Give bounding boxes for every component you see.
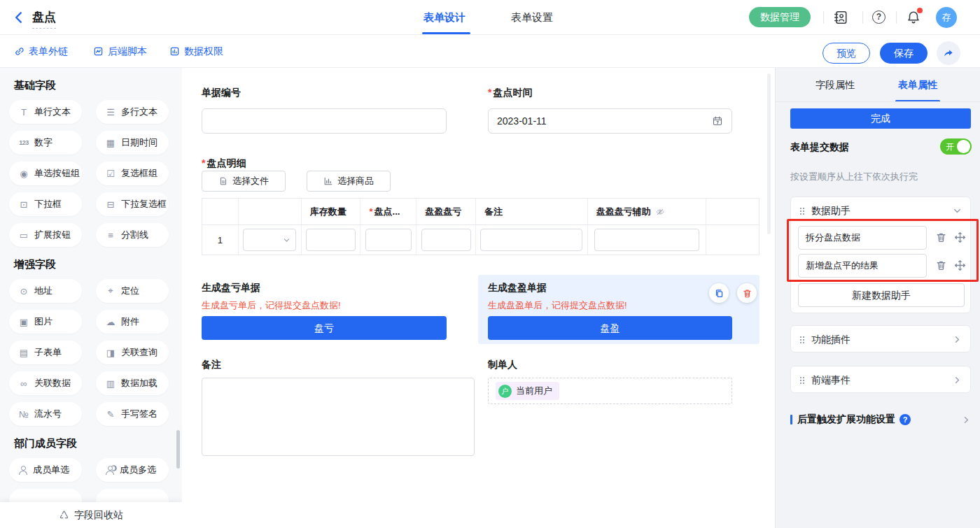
frontend-event-card[interactable]: 前端事件	[790, 366, 971, 393]
select-file-button[interactable]: 选择文件	[202, 171, 286, 192]
canvas-scrollbar[interactable]	[767, 73, 771, 234]
header-remark[interactable]: 备注	[476, 199, 588, 224]
backend-script-link[interactable]: 后端脚本	[93, 44, 147, 59]
single-line-text-icon: T	[18, 107, 29, 117]
post-trigger-setting[interactable]: 后置触发扩展功能设置 ?	[790, 413, 971, 427]
field-item-linked-query[interactable]: ◨关联查询	[96, 341, 169, 364]
field-item-location[interactable]: ⌖定位	[96, 279, 169, 303]
move-assistant-icon[interactable]	[954, 259, 966, 271]
share-button[interactable]	[937, 41, 960, 65]
tab-form-settings[interactable]: 表单设置	[511, 0, 553, 34]
header-diff[interactable]: 盘盈盘亏	[416, 199, 476, 224]
attachment-icon: ☁	[105, 317, 116, 327]
chevron-right-icon[interactable]	[962, 415, 971, 424]
delete-assistant-icon[interactable]	[935, 231, 947, 243]
chevron-right-icon[interactable]	[953, 376, 962, 385]
copy-field-button[interactable]	[709, 283, 729, 303]
loss-button[interactable]: 盘亏	[202, 316, 447, 340]
field-item-single-line-text[interactable]: T单行文本	[9, 100, 82, 124]
tab-form-design[interactable]: 表单设计	[424, 0, 465, 34]
save-button[interactable]: 保存	[880, 43, 927, 64]
field-item-linked-data[interactable]: ∞关联数据	[9, 371, 82, 395]
delete-field-button[interactable]	[737, 283, 757, 303]
field-item-radio-group[interactable]: ◉单选按钮组	[9, 162, 82, 185]
data-permission-link[interactable]: 数据权限	[169, 44, 223, 59]
tab-field-properties[interactable]: 字段属性	[816, 68, 855, 101]
new-assistant-button[interactable]: 新建数据助手	[798, 283, 965, 307]
remark-input[interactable]	[480, 229, 582, 251]
done-button[interactable]: 完成	[790, 108, 971, 129]
field-item-signature[interactable]: ✎手写签名	[96, 402, 169, 426]
contact-book-icon[interactable]	[833, 10, 848, 25]
remark-textarea[interactable]	[202, 378, 475, 456]
assistant-item[interactable]: 新增盘点平的结果	[798, 254, 927, 278]
user-tag-label: 当前用户	[516, 385, 552, 397]
field-item-data-load[interactable]: ▥数据加载	[96, 371, 169, 395]
creator-field[interactable]: 户 当前用户	[488, 378, 732, 404]
count-input[interactable]	[365, 229, 412, 251]
field-item-member-multi[interactable]: 成员多选	[96, 458, 169, 482]
field-item-extend-button[interactable]: ▭扩展按钮	[9, 223, 82, 247]
field-item-multi-line-text[interactable]: ☰多行文本	[96, 100, 169, 124]
field-recycle-bin[interactable]: 字段回收站	[0, 502, 182, 528]
aux-input[interactable]	[594, 229, 699, 251]
help-icon[interactable]: ?	[872, 10, 886, 24]
time-input[interactable]: 2023-01-11	[488, 108, 732, 134]
field-item-datetime[interactable]: ▦日期时间	[96, 131, 169, 155]
page-title[interactable]: 盘点	[32, 9, 56, 29]
field-item-image[interactable]: ▣图片	[9, 310, 82, 334]
field-label: 数据加载	[121, 377, 158, 390]
preview-button[interactable]: 预览	[822, 43, 870, 64]
post-trigger-title: 后置触发扩展功能设置	[797, 413, 895, 426]
tab-form-properties[interactable]: 表单属性	[898, 68, 937, 101]
field-item-address[interactable]: ⊙地址	[9, 279, 82, 303]
drag-handle-icon[interactable]	[799, 376, 805, 384]
chevron-right-icon[interactable]	[953, 335, 962, 344]
submit-data-label: 表单提交数据	[790, 141, 849, 154]
dropdown-multi-icon: ⊟	[105, 199, 116, 210]
field-item-member-single[interactable]: 成员单选	[9, 458, 82, 482]
field-item-subform[interactable]: ▤子表单	[9, 341, 82, 364]
form-external-link[interactable]: 表单外链	[14, 44, 68, 59]
field-item-dropdown-multi[interactable]: ⊟下拉复选框	[96, 192, 169, 216]
drag-handle-icon[interactable]	[799, 336, 805, 343]
question-help-icon[interactable]: ?	[899, 414, 911, 425]
chevron-down-icon[interactable]	[953, 206, 962, 215]
toggle-knob	[957, 140, 970, 153]
header-count[interactable]: *盘点...	[360, 199, 416, 224]
sidebar-scrollbar[interactable]	[176, 430, 180, 469]
data-manage-button[interactable]: 数据管理	[749, 7, 811, 27]
select-product-button[interactable]: 选择商品	[307, 171, 391, 192]
diff-input[interactable]	[421, 229, 471, 251]
delete-assistant-icon[interactable]	[935, 259, 947, 271]
data-assistant-header[interactable]: 数据助手	[791, 197, 970, 224]
field-label: 关联数据	[34, 377, 71, 390]
field-label: 多行文本	[121, 106, 158, 118]
stock-input[interactable]	[306, 229, 356, 251]
profit-button[interactable]: 盘盈	[488, 316, 732, 340]
field-item-number[interactable]: 123数字	[9, 131, 82, 155]
field-label: 日期时间	[121, 136, 158, 149]
plugin-card[interactable]: 功能插件	[790, 325, 971, 352]
header-stock[interactable]: 库存数量	[302, 199, 361, 224]
header-aux[interactable]: 盘盈盘亏辅助	[588, 199, 707, 224]
field-label: 流水号	[34, 408, 62, 420]
image-icon: ▣	[18, 317, 29, 327]
move-assistant-icon[interactable]	[954, 231, 966, 243]
assistant-item[interactable]: 拆分盘点数据	[798, 226, 927, 250]
doc-no-input[interactable]	[202, 108, 447, 134]
field-item-checkbox-group[interactable]: ☑复选框组	[96, 162, 169, 185]
submit-data-toggle[interactable]: 开	[940, 138, 972, 155]
aux-cell	[588, 225, 707, 255]
field-item-attachment[interactable]: ☁附件	[96, 310, 169, 334]
calendar-icon[interactable]	[712, 115, 723, 127]
user-avatar[interactable]: 存	[936, 7, 957, 28]
field-item-serial-number[interactable]: №流水号	[9, 402, 82, 426]
eye-hidden-icon[interactable]	[655, 207, 665, 217]
field-item-divider[interactable]: ≡分割线	[96, 223, 169, 247]
current-user-tag[interactable]: 户 当前用户	[496, 382, 559, 400]
drag-handle-icon[interactable]	[799, 207, 805, 215]
field-item-dropdown[interactable]: ⊡下拉框	[9, 192, 82, 216]
product-select[interactable]	[243, 229, 296, 251]
back-icon[interactable]	[11, 10, 27, 25]
